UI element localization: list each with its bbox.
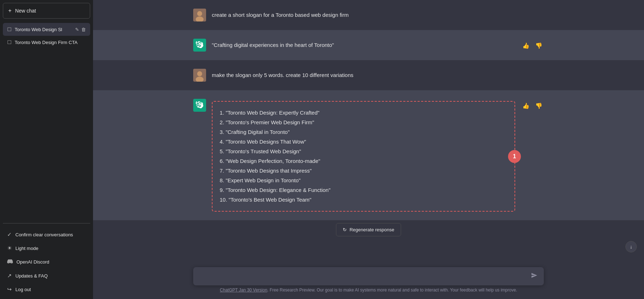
message-text-1: create a short slogan for a Toronto base… — [212, 12, 348, 18]
list-item-9: 9. "Toronto Web Design: Elegance & Funct… — [220, 186, 507, 194]
checkmark-icon: ✓ — [7, 231, 12, 238]
sidebar-action-discord[interactable]: OpenAI Discord — [3, 255, 90, 269]
message-actions-2: 👍 👎 — [521, 99, 544, 110]
external-link-icon: ↗ — [7, 273, 12, 279]
svg-point-1 — [197, 11, 202, 16]
plus-icon: + — [8, 8, 11, 14]
sidebar-item-chat1[interactable]: ☐ Toronto Web Design Sl ✎ 🗑 — [3, 23, 90, 36]
edit-icon[interactable]: ✎ — [75, 27, 79, 32]
thumbdown-button-2[interactable]: 👎 — [534, 102, 544, 110]
chevron-down-icon: ↓ — [630, 244, 633, 250]
regenerate-label: Regenerate response — [350, 227, 394, 232]
list-item-3: 3. "Crafting Digital in Toronto" — [220, 128, 507, 136]
sidebar-action-logout[interactable]: ↪ Log out — [3, 283, 90, 296]
svg-point-4 — [197, 71, 202, 76]
sidebar-bottom: ✓ Confirm clear conversations ☀ Light mo… — [0, 225, 93, 299]
discord-label: OpenAI Discord — [16, 259, 49, 265]
scroll-bottom-button[interactable]: ↓ — [625, 241, 637, 252]
chat-icon-2: ☐ — [7, 39, 12, 45]
message-text-2: "Crafting digital experiences in the hea… — [212, 42, 334, 48]
footer-description: . Free Research Preview. Our goal is to … — [267, 288, 517, 293]
message-content-4: 1. "Toronto Web Design: Expertly Crafted… — [212, 99, 515, 212]
chat-list: ☐ Toronto Web Design Sl ✎ 🗑 ☐ Toronto We… — [0, 21, 93, 222]
new-chat-label: New chat — [15, 8, 36, 14]
message-content-3: make the slogan only 5 words. create 10 … — [212, 69, 544, 79]
clear-label: Confirm clear conversations — [15, 232, 73, 237]
sun-icon: ☀ — [7, 245, 12, 251]
new-chat-button[interactable]: + New chat — [3, 3, 90, 19]
sidebar-action-updates[interactable]: ↗ Updates & FAQ — [3, 269, 90, 283]
regenerate-button[interactable]: ↻ Regenerate response — [336, 223, 401, 236]
user-avatar — [193, 9, 206, 21]
list-item-1: 1. "Toronto Web Design: Expertly Crafted… — [220, 108, 507, 117]
trash-icon[interactable]: 🗑 — [81, 27, 86, 32]
message-content-2: "Crafting digital experiences in the hea… — [212, 39, 515, 49]
discord-icon — [7, 259, 13, 265]
badge-number: 1 — [508, 150, 521, 163]
thumbup-button-1[interactable]: 👍 — [521, 42, 531, 50]
message-row-2: "Crafting digital experiences in the hea… — [93, 30, 644, 60]
logout-icon: ↪ — [7, 286, 12, 293]
input-area: ChatGPT Jan 30 Version. Free Research Pr… — [93, 263, 644, 299]
chat-actions: ✎ 🗑 — [75, 27, 86, 32]
highlighted-response: 1. "Toronto Web Design: Expertly Crafted… — [212, 101, 515, 212]
light-label: Light mode — [15, 246, 38, 251]
sidebar: + New chat ☐ Toronto Web Design Sl ✎ 🗑 ☐… — [0, 0, 93, 299]
message-row-1: create a short slogan for a Toronto base… — [93, 0, 644, 30]
list-item-6: 6. "Web Design Perfection, Toronto-made" — [220, 157, 507, 165]
chat2-label: Toronto Web Design Firm CTA — [15, 40, 86, 45]
response-list: 1. "Toronto Web Design: Expertly Crafted… — [220, 108, 507, 204]
list-item-10: 10. "Toronto's Best Web Design Team" — [220, 196, 507, 204]
message-actions-1: 👍 👎 — [521, 39, 544, 50]
footer-text: ChatGPT Jan 30 Version. Free Research Pr… — [193, 285, 544, 296]
gpt-avatar-2 — [193, 99, 206, 112]
chat1-label: Toronto Web Design Sl — [15, 27, 72, 32]
sidebar-divider — [3, 223, 90, 223]
send-button[interactable] — [530, 271, 538, 281]
updates-label: Updates & FAQ — [15, 273, 48, 279]
message-input[interactable] — [199, 272, 527, 281]
list-item-8: 8. "Expert Web Design in Toronto" — [220, 176, 507, 185]
gpt-avatar-1 — [193, 39, 206, 52]
message-row-3: make the slogan only 5 words. create 10 … — [93, 60, 644, 90]
logout-label: Log out — [15, 287, 31, 292]
main-content: create a short slogan for a Toronto base… — [93, 0, 644, 299]
regenerate-icon: ↻ — [343, 227, 347, 232]
list-item-7: 7. "Toronto Web Designs that Impress" — [220, 167, 507, 175]
user-avatar-2 — [193, 69, 206, 82]
chat-icon: ☐ — [7, 26, 12, 32]
message-text-3: make the slogan only 5 words. create 10 … — [212, 72, 353, 78]
list-item-5: 5. "Toronto's Trusted Web Design" — [220, 147, 507, 156]
regenerate-area: ↻ Regenerate response — [93, 220, 644, 241]
sidebar-action-light[interactable]: ☀ Light mode — [3, 241, 90, 255]
thumbdown-button-1[interactable]: 👎 — [534, 42, 544, 50]
footer-link[interactable]: ChatGPT Jan 30 Version — [220, 288, 268, 293]
message-row-4: 1. "Toronto Web Design: Expertly Crafted… — [93, 90, 644, 220]
list-item-2: 2. "Toronto's Premier Web Design Firm" — [220, 118, 507, 127]
messages-container: create a short slogan for a Toronto base… — [93, 0, 644, 263]
sidebar-action-clear[interactable]: ✓ Confirm clear conversations — [3, 228, 90, 241]
input-wrapper — [193, 267, 544, 285]
message-content-1: create a short slogan for a Toronto base… — [212, 9, 544, 19]
thumbup-button-2[interactable]: 👍 — [521, 102, 531, 110]
sidebar-item-chat2[interactable]: ☐ Toronto Web Design Firm CTA — [3, 36, 90, 49]
list-item-4: 4. "Toronto Web Designs That Wow" — [220, 138, 507, 146]
